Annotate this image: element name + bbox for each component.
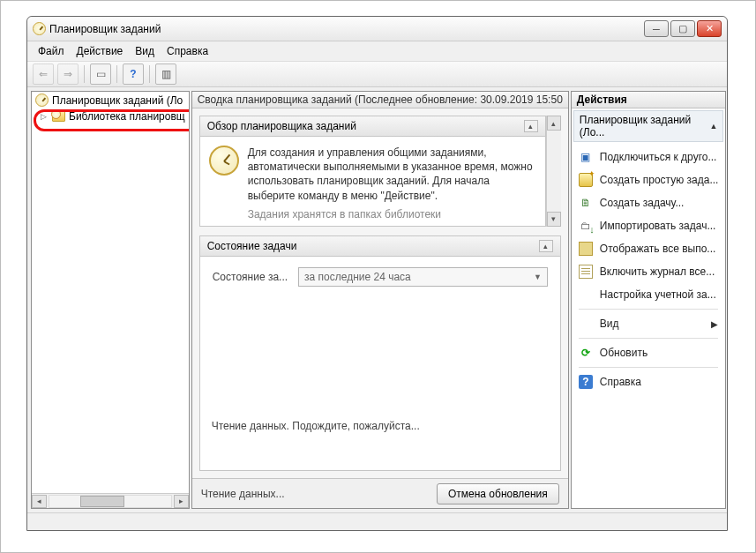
dropdown-icon: ▼ (534, 273, 542, 281)
tree-panel: Планировщик заданий (Ло ▷ Библиотека пла… (31, 91, 190, 509)
back-button[interactable]: ⇐ (33, 64, 54, 85)
window-title: Планировщик заданий (49, 23, 644, 35)
close-button[interactable]: ✕ (697, 20, 722, 37)
action-view[interactable]: Вид ▶ (573, 312, 724, 335)
status-title: Состояние задачи (207, 240, 297, 252)
tree-hscrollbar[interactable]: ◂ ▸ (32, 493, 189, 508)
tree-root-label: Планировщик заданий (Ло (52, 94, 183, 107)
overview-text: Для создания и управления общими задания… (248, 146, 536, 203)
menu-help[interactable]: Справка (161, 43, 213, 59)
minimize-button[interactable]: ─ (644, 20, 669, 37)
import-icon: 🗀 (579, 219, 593, 233)
center-panel: Сводка планировщика заданий (Последнее о… (191, 91, 569, 509)
display-icon (579, 242, 593, 256)
actions-header: Действия (572, 92, 726, 108)
tree-library[interactable]: ▷ Библиотека планировщ (32, 108, 189, 124)
collapse-icon[interactable]: ▴ (539, 240, 553, 252)
show-hide-action-pane-button[interactable]: ▥ (155, 64, 176, 85)
action-create-basic-task[interactable]: Создать простую зада... (573, 168, 724, 191)
status-range-value: за последние 24 часа (304, 271, 411, 283)
reading-message: Чтение данных. Подождите, пожалуйста... (212, 420, 420, 432)
status-header[interactable]: Состояние задачи ▴ (200, 236, 560, 257)
action-refresh[interactable]: ⟳ Обновить (573, 341, 724, 364)
collapse-icon: ▲ (710, 122, 718, 131)
forward-button[interactable]: ⇒ (57, 64, 79, 85)
refresh-icon: ⟳ (579, 346, 593, 360)
status-label: Состояние за... (213, 271, 288, 283)
blank-icon (579, 288, 593, 302)
divider (579, 367, 719, 368)
summary-header: Сводка планировщика заданий (Последнее о… (192, 92, 568, 108)
show-hide-tree-button[interactable]: ▭ (90, 64, 111, 85)
help-icon: ? (579, 375, 593, 389)
clock-icon (209, 146, 239, 176)
status-range-combo[interactable]: за последние 24 часа ▼ (298, 267, 548, 287)
overview-title: Обзор планировщика заданий (207, 120, 356, 132)
actions-context[interactable]: Планировщик заданий (Ло... ▲ (573, 110, 724, 142)
action-account-settings[interactable]: Настройка учетной за... (573, 283, 724, 306)
cancel-refresh-button[interactable]: Отмена обновления (437, 483, 559, 504)
menu-file[interactable]: Файл (33, 43, 70, 59)
overview-header[interactable]: Обзор планировщика заданий ▴ (200, 116, 545, 137)
overview-vscrollbar[interactable]: ▴ ▾ (546, 116, 561, 227)
connect-icon: ▣ (579, 150, 593, 164)
submenu-arrow-icon: ▶ (711, 319, 718, 329)
collapse-icon[interactable]: ▴ (524, 120, 538, 132)
toolbar: ⇐ ⇒ ▭ ? ▥ (27, 61, 727, 87)
tree-library-label: Библиотека планировщ (69, 110, 185, 123)
action-connect[interactable]: ▣ Подключиться к друго... (573, 146, 724, 168)
blank-icon (579, 317, 593, 331)
actions-panel: Действия Планировщик заданий (Ло... ▲ ▣ … (571, 91, 727, 509)
divider (579, 309, 719, 310)
action-display-all[interactable]: Отображать все выпо... (573, 237, 724, 260)
menu-view[interactable]: Вид (130, 43, 160, 59)
wizard-icon (579, 173, 593, 187)
library-icon (52, 111, 65, 122)
statusbar (27, 512, 727, 530)
app-window: Планировщик заданий ─ ▢ ✕ Файл Действие … (26, 16, 728, 531)
center-footer: Чтение данных... Отмена обновления (192, 478, 568, 508)
status-section: Состояние задачи ▴ Состояние за... за по… (199, 235, 561, 471)
action-import-task[interactable]: 🗀 Импортировать задач... (573, 214, 724, 237)
action-create-task[interactable]: 🗎 Создать задачу... (573, 191, 724, 214)
maximize-button[interactable]: ▢ (670, 20, 695, 37)
clock-icon (35, 93, 49, 107)
action-help[interactable]: ? Справка (573, 370, 724, 393)
menubar: Файл Действие Вид Справка (27, 41, 727, 61)
tree-root[interactable]: Планировщик заданий (Ло (32, 92, 189, 108)
overview-subtext: Задания хранятся в папках библиотеки (248, 208, 536, 220)
log-icon (579, 265, 593, 279)
expand-icon[interactable]: ▷ (39, 112, 49, 122)
footer-status: Чтение данных... (201, 488, 285, 500)
app-icon (33, 22, 46, 35)
create-icon: 🗎 (579, 196, 593, 210)
menu-action[interactable]: Действие (71, 43, 129, 59)
help-button[interactable]: ? (123, 64, 144, 85)
titlebar: Планировщик заданий ─ ▢ ✕ (27, 17, 727, 41)
divider (579, 338, 719, 339)
action-enable-log[interactable]: Включить журнал все... (573, 260, 724, 283)
